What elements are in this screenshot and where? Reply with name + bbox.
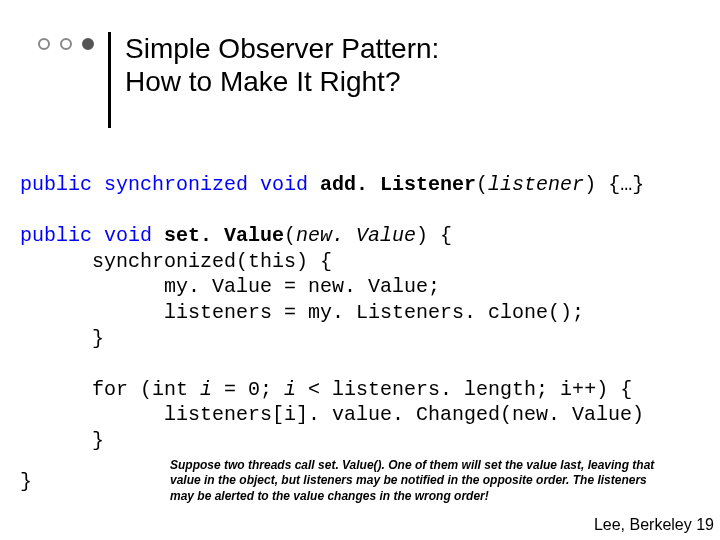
code-text: listener	[488, 173, 584, 196]
vertical-divider	[108, 32, 111, 128]
code-text: listeners[i]. value. Changed(new. Value)	[20, 403, 644, 426]
code-text: (	[284, 224, 296, 247]
caution-note: Suppose two threads call set. Value(). O…	[170, 458, 670, 504]
code-text: (	[476, 173, 488, 196]
code-text: < listeners. length; i++) {	[296, 378, 632, 401]
decorative-dots	[38, 38, 94, 50]
code-text: ) {	[416, 224, 452, 247]
code-text: listeners = my. Listeners. clone();	[20, 301, 584, 324]
code-text: my. Value = new. Value;	[20, 275, 440, 298]
title-line-1: Simple Observer Pattern:	[125, 33, 439, 64]
code-text: i	[200, 378, 212, 401]
code-text: }	[20, 429, 104, 452]
slide-title: Simple Observer Pattern: How to Make It …	[125, 32, 439, 98]
code-text: add. Listener	[320, 173, 476, 196]
code-text: i	[284, 378, 296, 401]
dot-icon	[82, 38, 94, 50]
title-line-2: How to Make It Right?	[125, 66, 400, 97]
code-text: ) {…}	[584, 173, 644, 196]
header: Simple Observer Pattern: How to Make It …	[38, 32, 680, 136]
code-text: new. Value	[296, 224, 416, 247]
code-text: = 0;	[212, 378, 284, 401]
dot-icon	[38, 38, 50, 50]
code-text: set. Value	[164, 224, 284, 247]
code-text: }	[20, 327, 104, 350]
slide-footer: Lee, Berkeley 19	[594, 516, 714, 534]
code-text: public void	[20, 224, 164, 247]
slide: Simple Observer Pattern: How to Make It …	[0, 0, 720, 540]
code-text: for (int	[20, 378, 200, 401]
code-text: synchronized(this) {	[20, 250, 332, 273]
dot-icon	[60, 38, 72, 50]
code-block: public synchronized void add. Listener(l…	[20, 172, 708, 454]
code-text: public synchronized void	[20, 173, 320, 196]
code-closing-brace: }	[20, 470, 32, 493]
